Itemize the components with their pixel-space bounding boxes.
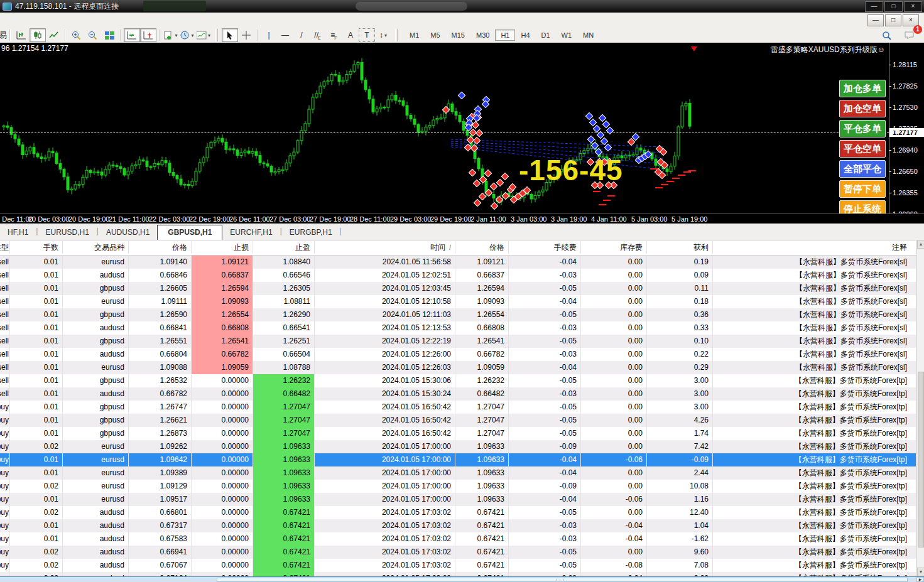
table-row[interactable]: sell0.01gbpusd1.266051.265941.263052024.… xyxy=(0,282,916,295)
ea-button-6[interactable]: 暂停下单 xyxy=(839,180,886,198)
scroll-right-button[interactable]: ▶ xyxy=(916,577,924,582)
ea-button-4[interactable]: 平仓空单 xyxy=(839,140,886,158)
tab-hfh1[interactable]: HF,H1 xyxy=(0,225,36,240)
candlestick-chart-icon[interactable] xyxy=(30,28,46,42)
table-row[interactable]: buy0.02audusd0.669410.000000.674212024.0… xyxy=(0,546,916,559)
zoom-out-icon[interactable] xyxy=(85,28,101,42)
scroll-down-button[interactable]: ▼ xyxy=(917,568,924,576)
timeframe-button-m5[interactable]: M5 xyxy=(425,30,445,41)
time-axis[interactable]: 19 Dec 11:0020 Dec 03:0020 Dec 19:0021 D… xyxy=(0,213,924,224)
hscrollbar-thumb[interactable] xyxy=(217,578,908,582)
table-row[interactable]: buy0.01gbpusd1.268730.000001.270472024.0… xyxy=(0,427,916,440)
table-row[interactable]: buy0.01eurusd1.093890.000001.096332024.0… xyxy=(0,466,916,480)
line-chart-icon[interactable] xyxy=(46,28,62,42)
header-tp[interactable]: 止盈 xyxy=(253,241,315,254)
table-row[interactable]: sell0.01eurusd1.091111.090931.088112024.… xyxy=(0,295,916,308)
price-axis[interactable]: 1.27177 1.281151.278251.275301.272351.26… xyxy=(889,43,924,213)
chart-shift-icon[interactable] xyxy=(140,28,156,42)
tab-eurusdh1[interactable]: EURUSD,H1 xyxy=(38,225,96,240)
arrows-tool-icon[interactable]: ↕▾ xyxy=(375,28,391,42)
scroll-up-button[interactable]: ▲ xyxy=(917,240,924,249)
header-comment[interactable]: 注释 xyxy=(713,241,916,254)
maximize-button[interactable]: □ xyxy=(884,1,903,12)
header-commission[interactable]: 手续费 xyxy=(509,241,581,254)
text-label-tool-icon[interactable]: T xyxy=(359,28,375,42)
table-row[interactable]: sell0.01audusd0.668410.668080.665412024.… xyxy=(0,321,916,335)
table-row[interactable]: sell0.01audusd0.668040.667820.665042024.… xyxy=(0,348,916,361)
dropdown-arrow-icon[interactable]: ▾ xyxy=(175,33,177,38)
tab-eurchfh1[interactable]: EURCHF,H1 xyxy=(222,225,280,240)
header-price2[interactable]: 价格 xyxy=(455,241,509,254)
dropdown-arrow-icon[interactable]: ▾ xyxy=(191,33,193,38)
table-row[interactable]: buy0.02eurusd1.091290.000001.096332024.0… xyxy=(0,480,916,493)
dropdown-arrow-icon[interactable]: ▾ xyxy=(384,33,387,38)
table-row[interactable]: buy0.02audusd0.668010.000000.674212024.0… xyxy=(0,506,916,519)
timeframe-button-w1[interactable]: W1 xyxy=(556,30,578,41)
timeframe-button-m30[interactable]: M30 xyxy=(470,30,495,41)
timeframe-button-d1[interactable]: D1 xyxy=(536,30,556,41)
table-row[interactable]: buy0.01eurusd1.096420.000001.096332024.0… xyxy=(0,453,916,466)
timeframe-button-h1[interactable]: H1 xyxy=(495,30,515,41)
tile-windows-icon[interactable] xyxy=(101,28,117,42)
table-row[interactable]: buy0.02eurusd1.092620.000001.096332024.0… xyxy=(0,440,916,453)
scrollbar-thumb[interactable] xyxy=(918,372,924,547)
table-row[interactable]: sell0.01audusd0.668460.668370.665462024.… xyxy=(0,269,916,282)
horizontal-scrollbar[interactable]: ▶ xyxy=(0,576,924,582)
auto-scroll-icon[interactable] xyxy=(124,28,140,42)
zoom-in-icon[interactable] xyxy=(68,28,85,42)
symbol-search-icon[interactable] xyxy=(879,28,895,42)
text-tool-icon[interactable]: A xyxy=(342,28,359,42)
terminal-minimize-button[interactable]: — xyxy=(867,14,884,26)
ea-button-3[interactable]: 平仓多单 xyxy=(839,120,886,137)
tab-eurgbph1[interactable]: EURGBP,H1 xyxy=(282,225,340,240)
dropdown-arrow-icon[interactable]: ▾ xyxy=(208,33,210,38)
header-type[interactable]: 类型 xyxy=(0,241,10,254)
cursor-tool-icon[interactable] xyxy=(222,28,238,42)
table-row[interactable]: sell0.01audusd0.667820.000000.664822024.… xyxy=(0,387,916,401)
vertical-scrollbar[interactable]: ▲ ▼ xyxy=(916,240,924,576)
new-order-icon[interactable]: ▾ xyxy=(163,28,179,42)
tab-audusdh1[interactable]: AUDUSD,H1 xyxy=(99,225,157,240)
channel-tool-icon[interactable]: //E xyxy=(310,28,326,42)
table-row[interactable]: buy0.01eurusd1.095170.000001.096332024.0… xyxy=(0,493,916,506)
notifications-icon[interactable]: 1 xyxy=(901,28,918,42)
period-clock-icon[interactable]: ▾ xyxy=(179,28,195,42)
table-row[interactable]: buy0.01gbpusd1.267470.000001.270472024.0… xyxy=(0,401,916,414)
ea-button-2[interactable]: 加仓空单 xyxy=(839,100,886,117)
header-time[interactable]: 时间/ xyxy=(315,241,455,254)
bar-chart-icon[interactable] xyxy=(13,28,30,42)
ea-button-7[interactable]: 停止系统 xyxy=(839,200,886,213)
table-row[interactable]: sell0.01gbpusd1.265511.265411.262512024.… xyxy=(0,335,916,348)
header-lots[interactable]: 手数 xyxy=(10,241,63,254)
header-symbol[interactable]: 交易品种 xyxy=(63,241,129,254)
table-row[interactable]: sell0.01eurusd1.090881.090591.087882024.… xyxy=(0,361,916,374)
vertical-line-tool-icon[interactable]: | xyxy=(261,28,277,42)
fibonacci-tool-icon[interactable]: ≡F xyxy=(326,28,342,42)
terminal-restore-button[interactable]: □ xyxy=(885,14,901,26)
table-row[interactable]: buy0.01audusd0.673170.000000.674212024.0… xyxy=(0,519,916,532)
ea-button-5[interactable]: 全部平仓 xyxy=(839,160,886,178)
tab-gbpusdh1[interactable]: GBPUSD,H1 xyxy=(157,225,222,240)
table-row[interactable]: buy0.01gbpusd1.266210.000001.270472024.0… xyxy=(0,414,916,427)
header-swap[interactable]: 库存费 xyxy=(581,241,647,254)
table-row[interactable]: sell0.01gbpusd1.265320.000001.262322024.… xyxy=(0,374,916,387)
table-row[interactable]: buy0.01audusd0.675830.000000.674212024.0… xyxy=(0,532,916,546)
chart-area[interactable]: 96 1.27154 1.27177 雷盛多策略XAUUSD系列升级版☺ -15… xyxy=(0,43,889,213)
minimize-button[interactable]: — xyxy=(865,1,883,12)
table-row[interactable]: buy0.02audusd0.670670.000000.674212024.0… xyxy=(0,559,916,572)
header-sl[interactable]: 止损 xyxy=(192,241,253,254)
crosshair-tool-icon[interactable] xyxy=(238,28,254,42)
header-profit[interactable]: 获利 xyxy=(647,241,713,254)
header-price[interactable]: 价格 xyxy=(129,241,192,254)
horizontal-line-tool-icon[interactable]: — xyxy=(277,28,293,42)
ea-button-1[interactable]: 加仓多单 xyxy=(839,80,886,97)
table-row[interactable]: sell0.01gbpusd1.265901.265541.262902024.… xyxy=(0,308,916,321)
close-button[interactable]: × xyxy=(904,1,922,12)
trendline-tool-icon[interactable]: / xyxy=(293,28,310,42)
timeframe-button-h4[interactable]: H4 xyxy=(515,30,535,41)
timeframe-button-m1[interactable]: M1 xyxy=(404,30,425,41)
timeframe-button-mn[interactable]: MN xyxy=(577,30,599,41)
indicators-icon[interactable]: ▾ xyxy=(195,28,212,42)
timeframe-button-m15[interactable]: M15 xyxy=(446,30,470,41)
table-row[interactable]: sell0.01eurusd1.091401.091211.088402024.… xyxy=(0,256,916,269)
